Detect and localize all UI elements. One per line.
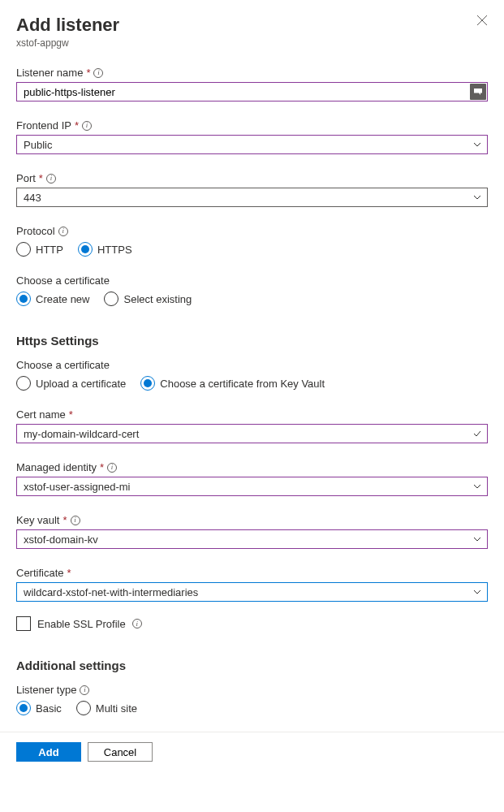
info-icon[interactable]: i	[132, 619, 142, 628]
chevron-down-icon	[472, 192, 482, 202]
radio-label: Create new	[36, 293, 89, 305]
radio-label: Multi site	[96, 702, 137, 715]
info-icon[interactable]: i	[107, 463, 117, 473]
info-icon[interactable]: i	[46, 174, 56, 184]
cert-select-existing-radio[interactable]: Select existing	[104, 292, 192, 306]
radio-label: Choose a certificate from Key Vault	[160, 378, 325, 390]
cert-keyvault-radio[interactable]: Choose a certificate from Key Vault	[140, 376, 325, 391]
chevron-down-icon	[472, 140, 482, 149]
port-select[interactable]: 443	[16, 188, 488, 207]
frontend-ip-select[interactable]: Public	[16, 135, 488, 154]
listener-name-input[interactable]	[16, 82, 488, 102]
certificate-label: Certificate*	[16, 567, 488, 579]
frontend-ip-label: Frontend IP* i	[16, 119, 488, 132]
listener-type-label: Listener type i	[16, 684, 488, 696]
radio-label: Upload a certificate	[36, 378, 126, 390]
protocol-https-radio[interactable]: HTTPS	[78, 242, 132, 257]
managed-identity-label: Managed identity* i	[16, 461, 488, 473]
protocol-label: Protocol i	[16, 225, 488, 237]
chevron-down-icon	[472, 534, 482, 544]
https-settings-heading: Https Settings	[16, 334, 488, 348]
chevron-down-icon	[472, 482, 482, 491]
info-icon[interactable]: i	[80, 685, 89, 695]
info-icon[interactable]: i	[82, 121, 92, 131]
radio-label: Basic	[36, 702, 62, 715]
port-label: Port* i	[16, 172, 488, 184]
choose-cert-label: Choose a certificate	[16, 274, 488, 287]
panel-title: Add listener	[16, 15, 119, 36]
radio-label: HTTP	[36, 244, 63, 256]
radio-label: Select existing	[123, 293, 192, 305]
managed-identity-select[interactable]: xstof-user-assigned-mi	[16, 477, 488, 496]
autofill-icon[interactable]	[470, 84, 486, 100]
listener-type-basic-radio[interactable]: Basic	[16, 701, 62, 715]
key-vault-label: Key vault* i	[16, 514, 488, 526]
listener-name-label: Listener name* i	[16, 67, 488, 79]
additional-settings-heading: Additional settings	[16, 659, 488, 672]
chevron-down-icon	[472, 587, 482, 597]
info-icon[interactable]: i	[93, 68, 103, 78]
cert-name-select[interactable]: my-domain-wildcard-cert	[16, 424, 488, 443]
cert-create-new-radio[interactable]: Create new	[16, 292, 89, 306]
resource-name: xstof-appgw	[16, 37, 488, 49]
protocol-http-radio[interactable]: HTTP	[16, 242, 63, 257]
enable-ssl-label: Enable SSL Profile	[37, 618, 126, 630]
cancel-button[interactable]: Cancel	[88, 742, 153, 762]
enable-ssl-checkbox[interactable]	[16, 616, 31, 631]
key-vault-select[interactable]: xstof-domain-kv	[16, 529, 488, 549]
close-icon[interactable]	[476, 15, 488, 26]
info-icon[interactable]: i	[71, 516, 80, 525]
certificate-select[interactable]: wildcard-xstof-net-with-intermediaries	[16, 582, 488, 602]
radio-label: HTTPS	[97, 244, 132, 256]
check-icon	[472, 429, 482, 438]
info-icon[interactable]: i	[58, 227, 68, 236]
add-button[interactable]: Add	[16, 742, 81, 762]
choose-cert2-label: Choose a certificate	[16, 359, 488, 371]
cert-upload-radio[interactable]: Upload a certificate	[16, 376, 126, 391]
listener-type-multisite-radio[interactable]: Multi site	[76, 701, 137, 715]
cert-name-label: Cert name*	[16, 408, 488, 421]
